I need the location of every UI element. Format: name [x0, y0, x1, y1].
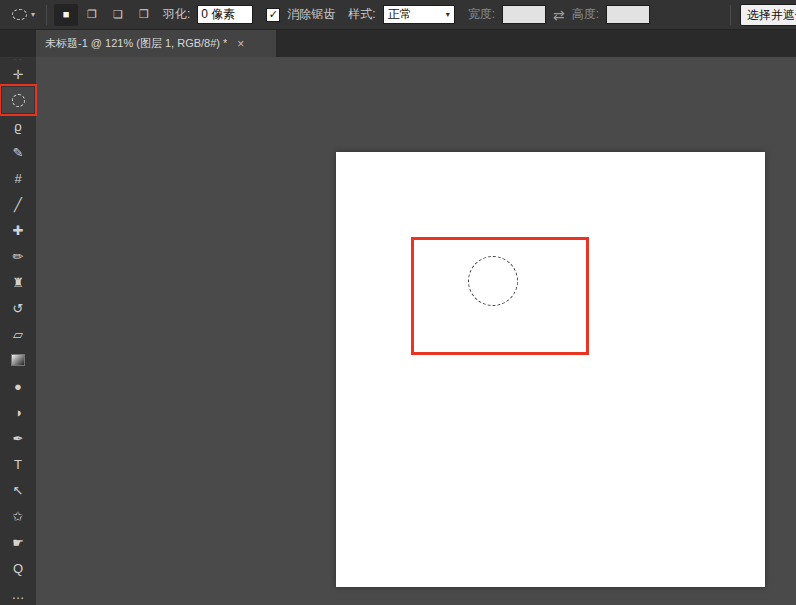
tool-dodge[interactable]: ◑: [2, 399, 34, 425]
more-icon: …: [12, 588, 25, 601]
spot-healing-icon: ✚: [13, 224, 24, 237]
toolbar-tools: ✛ϱ✎#╱✚✏♜↺▱●◑✒T↖✩☛Q…: [0, 61, 36, 605]
tool-gradient[interactable]: [2, 347, 34, 373]
clone-stamp-icon: ♜: [12, 276, 24, 289]
tools-panel: · · ✛ϱ✎#╱✚✏♜↺▱●◑✒T↖✩☛Q…: [0, 57, 36, 605]
tool-path-selection[interactable]: ↖: [2, 477, 34, 503]
tool-crop[interactable]: #: [2, 165, 34, 191]
tab-bar: 未标题-1 @ 121% (图层 1, RGB/8#) * ×: [0, 30, 796, 57]
height-label: 高度:: [572, 6, 599, 23]
separator: [46, 5, 47, 25]
tool-history-brush[interactable]: ↺: [2, 295, 34, 321]
eyedropper-icon: ╱: [14, 198, 22, 211]
swap-dimensions-icon[interactable]: ⇄: [553, 7, 565, 23]
gradient-icon: [11, 354, 25, 366]
path-selection-icon: ↖: [13, 484, 24, 497]
tool-type[interactable]: T: [2, 451, 34, 477]
tool-quick-selection[interactable]: ✎: [2, 139, 34, 165]
chevron-down-icon: ▾: [31, 11, 35, 19]
custom-shape-icon: ✩: [13, 510, 24, 523]
tool-eraser[interactable]: ▱: [2, 321, 34, 347]
type-icon: T: [14, 458, 22, 471]
tool-preset-button[interactable]: ▾: [8, 6, 39, 23]
brush-icon: ✏: [13, 250, 24, 263]
selection-mode-group: ■❐❏❒: [54, 4, 156, 26]
feather-input[interactable]: [197, 5, 253, 24]
intersect-selection-button[interactable]: ❒: [132, 4, 156, 26]
document-tab[interactable]: 未标题-1 @ 121% (图层 1, RGB/8#) * ×: [36, 30, 276, 57]
tool-spot-healing[interactable]: ✚: [2, 217, 34, 243]
style-value: 正常: [388, 6, 412, 23]
style-dropdown[interactable]: 正常 ▾: [383, 5, 455, 24]
add-to-selection-button[interactable]: ❐: [80, 4, 104, 26]
hand-icon: ☛: [12, 536, 24, 549]
tool-custom-shape[interactable]: ✩: [2, 503, 34, 529]
tool-hand[interactable]: ☛: [2, 529, 34, 555]
width-input[interactable]: [502, 5, 546, 24]
subtract-from-selection-icon: ❏: [113, 9, 123, 20]
tool-more[interactable]: …: [2, 581, 34, 605]
height-input[interactable]: [606, 5, 650, 24]
elliptical-marquee-icon: [12, 9, 27, 20]
separator: [730, 5, 731, 25]
tool-brush[interactable]: ✏: [2, 243, 34, 269]
elliptical-marquee-icon: [12, 94, 25, 107]
close-icon[interactable]: ×: [237, 38, 244, 50]
tool-lasso[interactable]: ϱ: [2, 113, 34, 139]
antialias-label: 消除锯齿: [287, 6, 335, 23]
canvas-area[interactable]: [36, 57, 796, 605]
crop-icon: #: [14, 172, 21, 185]
subtract-from-selection-button[interactable]: ❏: [106, 4, 130, 26]
new-selection-button[interactable]: ■: [54, 4, 78, 26]
options-bar: ▾ ■❐❏❒ 羽化: ✓ 消除锯齿 样式: 正常 ▾ 宽度: ⇄ 高度: 选择并…: [0, 0, 796, 30]
add-to-selection-icon: ❐: [87, 9, 97, 20]
tool-move[interactable]: ✛: [2, 61, 34, 87]
feather-label: 羽化:: [163, 6, 190, 23]
elliptical-selection-marquee: [468, 256, 518, 306]
eraser-icon: ▱: [13, 328, 23, 341]
new-selection-icon: ■: [63, 9, 70, 20]
check-icon: ✓: [269, 9, 278, 20]
chevron-down-icon: ▾: [446, 10, 450, 19]
tool-eyedropper[interactable]: ╱: [2, 191, 34, 217]
history-brush-icon: ↺: [13, 302, 24, 315]
tool-pen[interactable]: ✒: [2, 425, 34, 451]
tool-elliptical-marquee[interactable]: [2, 87, 34, 113]
select-and-mask-button[interactable]: 选择并遮住...: [740, 4, 796, 26]
width-label: 宽度:: [468, 6, 495, 23]
zoom-icon: Q: [13, 562, 23, 575]
style-label: 样式:: [348, 6, 375, 23]
antialias-checkbox[interactable]: ✓: [266, 8, 280, 22]
pen-icon: ✒: [13, 432, 24, 445]
dodge-icon: ◑: [14, 406, 22, 419]
tool-zoom[interactable]: Q: [2, 555, 34, 581]
move-icon: ✛: [13, 68, 24, 81]
tool-blur[interactable]: ●: [2, 373, 34, 399]
tool-clone-stamp[interactable]: ♜: [2, 269, 34, 295]
blur-icon: ●: [14, 380, 22, 393]
intersect-selection-icon: ❒: [139, 9, 149, 20]
quick-selection-icon: ✎: [13, 146, 24, 159]
document-canvas[interactable]: [336, 152, 765, 587]
document-tab-title: 未标题-1 @ 121% (图层 1, RGB/8#) *: [45, 36, 227, 51]
lasso-icon: ϱ: [14, 120, 21, 133]
